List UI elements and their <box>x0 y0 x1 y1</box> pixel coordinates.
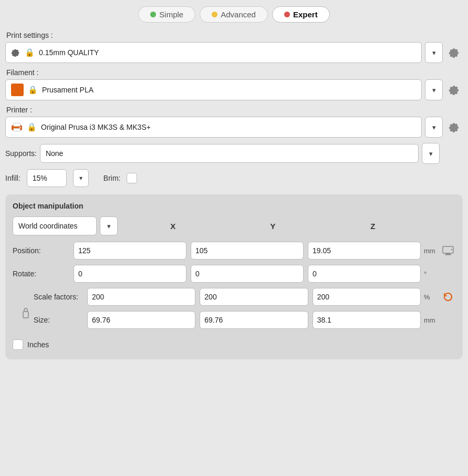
svg-rect-8 <box>23 312 28 318</box>
filament-label: Filament : <box>5 68 463 77</box>
scale-y-input[interactable]: 200 <box>200 288 308 306</box>
size-unit: mm <box>424 316 438 324</box>
printer-dropdown[interactable]: 🔒 Original Prusa i3 MK3S & MK3S+ <box>5 117 422 138</box>
printer-lock-icon: 🔒 <box>27 122 37 132</box>
brim-label: Brim: <box>103 174 121 182</box>
coords-header-row: World coordinates ▾ X Y Z <box>13 216 455 235</box>
position-y-input[interactable]: 105 <box>191 242 304 260</box>
scale-size-rows: Scale factors: 200 200 200 % <box>34 288 455 334</box>
printer-label: Printer : <box>5 106 463 114</box>
print-settings-dropdown[interactable]: 🔒 0.15mm QUALITY <box>5 42 422 63</box>
scale-x-value: 200 <box>92 293 104 301</box>
size-z-input[interactable]: 38.1 <box>313 311 421 329</box>
printer-value: Original Prusa i3 MK3S & MK3S+ <box>41 123 151 131</box>
printer-gear-icon <box>449 121 460 133</box>
scale-fields: 200 200 200 <box>87 288 421 306</box>
print-settings-label: Print settings : <box>5 31 463 39</box>
col-header-z: Z <box>325 222 421 231</box>
rotate-z-input[interactable]: 0 <box>308 265 421 283</box>
position-x-input[interactable]: 125 <box>74 242 186 260</box>
filament-chevron-icon: ▾ <box>432 86 436 94</box>
scale-reset-icon[interactable] <box>441 291 455 303</box>
scale-row: Scale factors: 200 200 200 % <box>34 288 455 306</box>
filament-dropdown[interactable]: 🔒 Prusament PLA <box>5 79 422 100</box>
inches-checkbox[interactable] <box>13 339 23 350</box>
scale-z-value: 200 <box>317 293 329 301</box>
tab-advanced[interactable]: Advanced <box>200 6 268 23</box>
col-header-y: Y <box>225 222 320 231</box>
tab-simple-label: Simple <box>159 10 183 19</box>
rotate-y-value: 0 <box>195 270 200 278</box>
printer-device-icon <box>11 122 23 132</box>
position-y-value: 105 <box>195 246 207 255</box>
brim-checkbox[interactable] <box>127 173 137 183</box>
infill-value[interactable]: 15% <box>27 169 67 187</box>
size-z-value: 38.1 <box>317 316 331 324</box>
tab-simple[interactable]: Simple <box>138 6 195 23</box>
scale-y-value: 200 <box>204 293 216 301</box>
svg-point-3 <box>19 127 20 128</box>
position-z-input[interactable]: 19.05 <box>308 242 421 260</box>
svg-rect-6 <box>445 254 451 255</box>
rotate-row: Rotate: 0 0 0 ° <box>13 265 455 283</box>
filament-arrow-button[interactable]: ▾ <box>425 79 443 100</box>
scale-label: Scale factors: <box>34 293 84 301</box>
svg-rect-2 <box>14 128 20 131</box>
print-settings-gear-right-button[interactable] <box>446 44 463 61</box>
supports-label: Supports: <box>5 149 37 158</box>
tab-advanced-label: Advanced <box>221 10 256 19</box>
supports-dropdown[interactable]: None <box>40 144 419 163</box>
print-settings-value: 0.15mm QUALITY <box>39 48 99 57</box>
printer-gear-button[interactable] <box>446 119 463 136</box>
world-coords-chevron-icon: ▾ <box>107 222 111 230</box>
world-coords-dropdown[interactable]: World coordinates <box>13 216 97 235</box>
print-settings-row: 🔒 0.15mm QUALITY ▾ <box>5 42 463 63</box>
size-x-input[interactable]: 69.76 <box>87 311 195 329</box>
size-label: Size: <box>34 316 84 324</box>
supports-chevron-icon: ▾ <box>429 150 433 158</box>
object-manipulation-title: Object manipulation <box>13 202 455 210</box>
svg-rect-5 <box>446 253 450 254</box>
filament-lock-icon: 🔒 <box>28 85 38 95</box>
svg-point-7 <box>451 249 452 250</box>
size-y-value: 69.76 <box>204 316 223 324</box>
printer-arrow-button[interactable]: ▾ <box>425 117 443 138</box>
size-x-value: 69.76 <box>92 316 110 324</box>
rotate-label: Rotate: <box>13 270 70 278</box>
position-x-value: 125 <box>78 246 90 255</box>
scale-size-group: Scale factors: 200 200 200 % <box>20 288 455 334</box>
world-coords-arrow-button[interactable]: ▾ <box>100 216 118 235</box>
scale-z-input[interactable]: 200 <box>313 288 421 306</box>
expert-dot <box>284 12 290 17</box>
supports-arrow-button[interactable]: ▾ <box>422 143 440 164</box>
inches-label: Inches <box>27 340 49 349</box>
supports-value: None <box>46 149 63 158</box>
scale-lock-icon <box>20 291 32 334</box>
column-headers: X Y Z <box>125 222 421 231</box>
position-unit: mm <box>424 247 438 255</box>
infill-brim-row: Infill: 15% ▾ Brim: <box>5 169 463 187</box>
scale-x-input[interactable]: 200 <box>87 288 195 306</box>
tab-expert-label: Expert <box>293 10 318 19</box>
position-label: Position: <box>13 246 70 255</box>
printer-chevron-icon: ▾ <box>432 123 436 131</box>
infill-value-text: 15% <box>33 174 47 182</box>
rotate-x-input[interactable]: 0 <box>74 265 186 283</box>
mode-tabs: Simple Advanced Expert <box>5 6 463 23</box>
infill-chevron-icon: ▾ <box>79 174 82 182</box>
object-manipulation-section: Object manipulation World coordinates ▾ … <box>5 194 463 359</box>
size-y-input[interactable]: 69.76 <box>200 311 308 329</box>
position-row: Position: 125 105 19.05 mm <box>13 242 455 260</box>
infill-arrow-button[interactable]: ▾ <box>73 169 89 187</box>
filament-gear-button[interactable] <box>446 81 463 98</box>
print-settings-lock-icon: 🔒 <box>25 48 35 57</box>
rotate-x-value: 0 <box>78 270 82 278</box>
print-settings-gear-left-icon <box>11 48 20 57</box>
print-settings-arrow-button[interactable]: ▾ <box>425 42 443 63</box>
position-z-value: 19.05 <box>313 246 331 255</box>
world-coords-value: World coordinates <box>18 222 78 230</box>
supports-row: Supports: None ▾ <box>5 143 463 164</box>
simple-dot <box>150 12 156 17</box>
tab-expert[interactable]: Expert <box>272 6 330 23</box>
rotate-y-input[interactable]: 0 <box>191 265 304 283</box>
